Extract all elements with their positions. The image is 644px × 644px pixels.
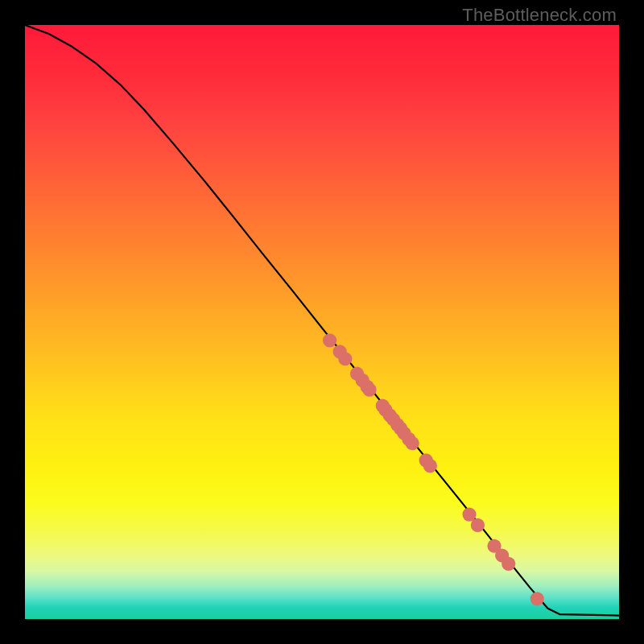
data-point-marker (323, 333, 336, 347)
data-point-marker (362, 383, 376, 397)
data-point-marker (338, 352, 352, 365)
watermark-label: TheBottleneck.com (462, 5, 617, 26)
data-point-marker (471, 518, 485, 532)
data-point-marker (502, 557, 515, 571)
data-point-marker (406, 436, 419, 450)
chart-curve (25, 25, 619, 616)
plot-area (25, 25, 619, 619)
chart-markers (323, 333, 544, 605)
data-point-marker (530, 592, 544, 605)
chart-svg (25, 25, 619, 619)
data-point-marker (423, 459, 437, 473)
chart-stage: TheBottleneck.com (0, 0, 644, 644)
